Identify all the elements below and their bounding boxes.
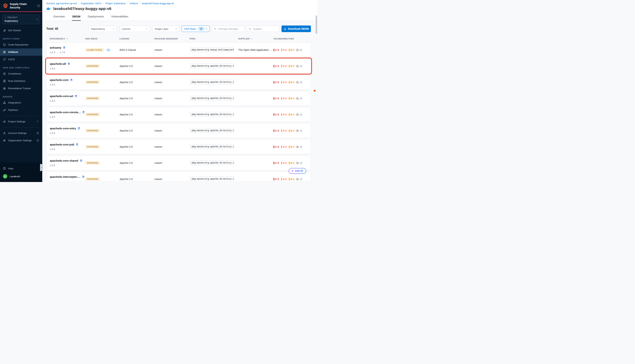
severity-m: M 0 <box>289 162 295 164</box>
license-cell: Apache-2.0 <box>120 113 154 116</box>
vulnerabilities-cell: C 0H 0M 0L 0 <box>274 178 307 180</box>
dependency-filter-dropdown[interactable]: Dependency <box>89 26 117 32</box>
severity-l: L 0 <box>297 97 302 100</box>
sidebar-item-get-started[interactable]: Get Started <box>0 27 42 34</box>
breadcrumb-link[interactable]: Account: app-harness-ng-cicd <box>46 2 77 5</box>
ask-ai-button[interactable]: Ask AI <box>289 168 306 174</box>
severity-l: L 0 <box>297 113 302 116</box>
sbom-rows: antisamy1.5.3 → 1.7.8CLOSE TO EOL+1BSD-2… <box>46 42 311 181</box>
image-layer-filter-dropdown[interactable]: Image Layer <box>152 26 179 32</box>
package-manager-cell: maven <box>154 81 190 84</box>
table-row[interactable]: apacheds-core1.5.5OUTDATEDApache-2.0mave… <box>46 75 311 90</box>
gear-icon <box>3 120 6 123</box>
sidebar-item-project-settings[interactable]: Project Settings <box>0 118 42 125</box>
risk-badge[interactable]: +1 <box>105 48 111 52</box>
dependency-name: antisamy <box>50 46 85 49</box>
avatar: L <box>3 174 7 178</box>
info-icon <box>36 139 39 142</box>
sidebar-item-remediation-tracker[interactable]: Remediation Tracker <box>0 85 42 92</box>
table-row[interactable]: apacheds-core-consta…1.5.5OUTDATEDApache… <box>46 107 311 122</box>
tab-deployments[interactable]: Deployments <box>87 13 104 20</box>
table-row[interactable]: apacheds-core-jndi1.5.5OUTDATEDApache-2.… <box>46 140 311 154</box>
purl-value[interactable]: pkg:maven/org.apache.directory.s… <box>190 128 234 133</box>
severity-l: L 0 <box>297 146 302 148</box>
rules-icon <box>3 80 6 82</box>
column-dependency[interactable]: DEPENDENCY <box>50 38 85 40</box>
download-sbom-button[interactable]: Download SBOM <box>282 26 311 32</box>
purl-value[interactable]: pkg:maven/org.owasp.antisamy/ant… <box>190 47 234 52</box>
tab-overview[interactable]: Overview <box>53 13 65 20</box>
table-row[interactable]: apacheds-interceptor-…1.5.5OUTDATEDApach… <box>46 172 311 181</box>
table-row[interactable]: apacheds-core-shared1.5.5OUTDATEDApache-… <box>46 156 311 170</box>
sidebar-section-label: RISK AND COMPLIANCE <box>0 63 42 70</box>
divider <box>3 116 39 116</box>
chevron-down-icon <box>175 28 177 30</box>
oss-risks-cell: OUTDATED <box>85 113 120 116</box>
table-row[interactable]: apacheds-core-avl1.5.5OUTDATEDApache-2.0… <box>46 91 311 106</box>
sidebar-item-label: Pipelines <box>8 108 18 111</box>
tab-sbom[interactable]: SBOM <box>72 13 81 20</box>
purl-value[interactable]: pkg:maven/org.apache.directory.s… <box>190 112 234 117</box>
risk-badge: CLOSE TO EOL <box>85 48 104 52</box>
dependency-name: apacheds-core <box>50 78 85 82</box>
project-selector[interactable]: PROJECT Exploratory <box>2 15 40 24</box>
layers-icon <box>75 95 77 98</box>
purl-value[interactable]: pkg:maven/org.apache.directory.s… <box>190 64 234 68</box>
package-manager-input[interactable] <box>212 26 244 32</box>
severity-c: C 0 <box>274 146 279 148</box>
severity-h: H 0 <box>281 146 287 148</box>
risk-badge: OUTDATED <box>85 113 100 116</box>
breadcrumb-link[interactable]: Artifacts <box>130 2 138 5</box>
table-row-highlighted[interactable]: apacheds-all1.5.5OUTDATEDApache-2.0maven… <box>46 59 311 74</box>
dependency-version: 1.5.5 <box>50 180 85 181</box>
module-switcher-icon[interactable] <box>37 4 40 7</box>
sidebar-item-artifacts[interactable]: Artifacts <box>0 48 42 56</box>
sidebar-section-label: MANAGE <box>0 92 42 99</box>
license-cell: Apache-2.0 <box>120 64 154 68</box>
ask-ai-label: Ask AI <box>295 169 303 172</box>
dependency-name: apacheds-core-entry <box>50 127 85 130</box>
purl-value[interactable]: pkg:maven/org.apache.directory.s… <box>190 176 234 181</box>
sort-desc-icon[interactable] <box>67 38 68 40</box>
table-row[interactable]: apacheds-core-entry1.5.5OUTDATEDApache-2… <box>46 123 311 138</box>
sort-icon[interactable] <box>251 38 252 40</box>
tab-vulnerabilities[interactable]: Vulnerabilities <box>111 13 129 20</box>
help-button[interactable]: Help <box>0 165 42 172</box>
risk-badge: OUTDATED <box>85 129 100 132</box>
severity-l: L 0 <box>297 162 302 164</box>
supplier-input[interactable] <box>247 26 279 32</box>
license-cell: Apache-2.0 <box>120 81 154 84</box>
user-menu[interactable]: L Lavakush <box>0 172 42 180</box>
pipelines-icon <box>3 108 6 112</box>
tab-bar: OverviewSBOMDeploymentsVulnerabilities <box>46 13 317 21</box>
breadcrumb-link[interactable]: Organization: SSCA <box>81 2 101 5</box>
sidebar-item-integrations[interactable]: Integrations <box>0 99 42 106</box>
risk-badge: OUTDATED <box>85 161 100 165</box>
license-filter-dropdown[interactable]: License <box>119 26 150 32</box>
sidebar-item-rule-definitions[interactable]: Rule Definitions <box>0 78 42 85</box>
purl-value[interactable]: pkg:maven/org.apache.directory.s… <box>190 80 234 84</box>
package-manager-search <box>212 26 244 32</box>
sidebar-item-ci-cd[interactable]: CI/CD <box>0 56 42 63</box>
help-label: Help <box>8 167 13 170</box>
table-row[interactable]: antisamy1.5.3 → 1.7.8CLOSE TO EOL+1BSD-2… <box>46 42 311 57</box>
sidebar-item-code-repositories[interactable]: Code Repositories <box>0 41 42 48</box>
oss-risks-filter-dropdown[interactable]: OSS Risks 03 <box>182 26 210 32</box>
purl-value[interactable]: pkg:maven/org.apache.directory.s… <box>190 144 234 149</box>
layers-icon <box>67 62 70 65</box>
sidebar-item-organization-settings[interactable]: Organization Settings <box>0 137 42 144</box>
docker-icon <box>46 7 51 10</box>
sidebar-item-label: Rule Definitions <box>8 80 26 82</box>
column-supplier[interactable]: SUPPLIER <box>238 38 273 40</box>
breadcrumb-link[interactable]: Project: Exploratory <box>105 2 125 5</box>
severity-m: M 0 <box>289 65 295 68</box>
scrollbar-thumb[interactable] <box>316 16 317 34</box>
sidebar-item-compliance[interactable]: Compliance <box>0 70 42 78</box>
purl-value[interactable]: pkg:maven/org.apache.directory.s… <box>190 160 234 165</box>
breadcrumb-link[interactable]: lavakush07/easy-buggy-app:v6 <box>142 2 174 5</box>
layers-icon <box>78 127 80 130</box>
dependency-version: 1.5.3 → 1.7.8 <box>50 51 85 54</box>
sidebar-item-pipelines[interactable]: Pipelines <box>0 106 42 114</box>
purl-value[interactable]: pkg:maven/org.apache.directory.s… <box>190 96 234 100</box>
sidebar-item-account-settings[interactable]: Account Settings <box>0 130 42 137</box>
